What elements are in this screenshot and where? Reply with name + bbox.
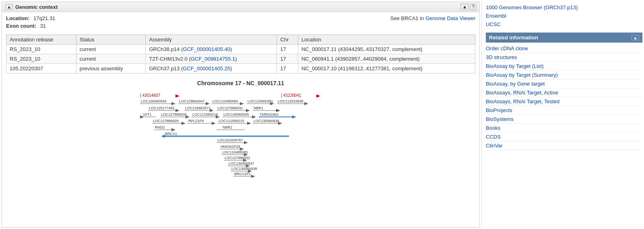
svg-text:LOC127886931: LOC127886931: [217, 106, 243, 110]
svg-text:LOC110485084: LOC110485084: [213, 99, 238, 103]
related-link-4[interactable]: BioAssay, by Gene target: [486, 80, 642, 88]
genome-data-viewer-link[interactable]: Genome Data Viewer: [425, 15, 475, 21]
svg-text:LOC124900391: LOC124900391: [248, 99, 273, 103]
svg-text:[ 43220041: [ 43220041: [281, 93, 301, 98]
assembly-link[interactable]: GCF_000001405.25: [183, 65, 230, 72]
location-row: Location: 17q21.31: [6, 15, 55, 21]
assembly-link[interactable]: GCF_000001405.40: [183, 46, 230, 52]
cell-status: current: [76, 45, 146, 54]
svg-text:NBR2: NBR2: [223, 125, 232, 129]
chromosome-title: Chromosome 17 - NC_000017.11: [6, 80, 475, 86]
cell-chr: 17: [277, 64, 298, 74]
table-row: 105.20220307previous assemblyGRCh37.p13 …: [6, 64, 475, 74]
related-link-11[interactable]: ClinVar: [486, 141, 642, 150]
svg-text:BRCA1P1: BRCA1P1: [234, 172, 251, 176]
svg-marker-43: [252, 115, 256, 119]
related-link-10[interactable]: CCDS: [486, 133, 642, 141]
related-link-1[interactable]: 3D structures: [486, 53, 642, 62]
related-link-7[interactable]: BioProjects: [486, 106, 642, 115]
cell-location: NC_000017.11 (43044295..43170327, comple…: [298, 45, 475, 54]
svg-text:LOC130060937: LOC130060937: [229, 162, 254, 166]
svg-marker-6: [171, 102, 175, 105]
related-link-6[interactable]: BioAssays, RNAi Target, Tested: [486, 97, 642, 106]
exon-count-label: Exon count:: [6, 23, 36, 29]
cell-status: previous assembly: [76, 64, 146, 74]
svg-text:LOC130060936: LOC130060936: [254, 119, 279, 123]
svg-marker-52: [212, 122, 216, 125]
link-ucsc[interactable]: UCSC: [486, 20, 642, 29]
related-link-5[interactable]: BioAssays, RNAi Target, Active: [486, 88, 642, 97]
svg-marker-37: [186, 115, 190, 119]
collapse-icon[interactable]: ▲: [5, 4, 13, 10]
cell-chr: 17: [277, 54, 298, 64]
svg-text:LOC127886929: LOC127886929: [153, 119, 179, 123]
cell-chr: 17: [277, 45, 298, 54]
svg-text:LOC125177482: LOC125177482: [149, 106, 175, 110]
related-info-collapse[interactable]: ▲: [632, 35, 639, 41]
svg-text:LOC130060934: LOC130060934: [141, 99, 167, 103]
exon-count-row: Exon count: 31: [6, 23, 55, 29]
svg-marker-21: [175, 109, 180, 112]
svg-text:LOC112533638: LOC112533638: [278, 99, 303, 103]
svg-text:LOC111589215: LOC111589215: [219, 119, 244, 123]
assembly-link[interactable]: GCF_009914755.1: [191, 56, 235, 62]
related-link-8[interactable]: BioSystems: [486, 115, 642, 124]
svg-text:NBR1: NBR1: [254, 106, 263, 110]
svg-marker-66: [161, 135, 165, 138]
cell-status: current: [76, 54, 146, 64]
cell-location: NC_060941.1 (43902857..44029084, complem…: [298, 54, 475, 64]
svg-marker-12: [240, 102, 244, 105]
svg-marker-55: [247, 122, 251, 125]
related-info-header: Related information ▲: [486, 33, 642, 43]
related-info-links: Order cDNA clone3D structuresBioAssay by…: [486, 44, 642, 150]
exon-count-value: 31: [40, 23, 46, 29]
svg-marker-27: [246, 109, 250, 112]
maximize-icon[interactable]: ▲: [460, 4, 469, 10]
location-label: Location:: [6, 15, 30, 21]
svg-text:LOC127886930: LOC127886930: [161, 112, 187, 117]
right-panel: 1000 Genomes Browser (GRCh37.p13) Ensemb…: [481, 2, 642, 227]
svg-text:LOC129664047: LOC129664047: [179, 99, 205, 103]
svg-text:LOC130060935: LOC130060935: [223, 112, 249, 117]
svg-marker-9: [206, 102, 210, 105]
svg-text:[ 43014607: [ 43014607: [140, 93, 160, 98]
svg-text:HMGN1P29: HMGN1P29: [221, 145, 240, 149]
col-status: Status: [76, 35, 146, 45]
location-value: 17q21.31: [33, 15, 55, 21]
svg-text:TMEM106A: TMEM106A: [260, 112, 279, 117]
svg-text:VAT1: VAT1: [143, 112, 151, 117]
help-icon[interactable]: ?: [470, 4, 476, 10]
svg-marker-30: [276, 109, 280, 112]
svg-text:BRCA1: BRCA1: [165, 132, 177, 136]
table-row: RS_2023_10currentT2T-CHM13v2.0 (GCF_0099…: [6, 54, 475, 64]
related-link-2[interactable]: BioAssay by Target (List): [486, 62, 642, 71]
related-link-3[interactable]: BioAssay by Target (Summary): [486, 71, 642, 80]
cell-location: NC_000017.10 (41196312..41277381, comple…: [298, 64, 475, 74]
link-ensembl[interactable]: Ensembl: [486, 12, 642, 20]
panel-icons: ▲ ?: [460, 4, 476, 10]
see-text: See BRCA1 in: [390, 15, 424, 21]
cell-assembly: GRCh38.p14 (GCF_000001405.40): [146, 45, 277, 54]
col-assembly: Assembly: [146, 35, 277, 45]
svg-text:LOC126862571: LOC126862571: [185, 106, 211, 110]
svg-marker-49: [182, 122, 186, 125]
top-links: 1000 Genomes Browser (GRCh37.p13) Ensemb…: [486, 2, 642, 30]
col-chr: Chr: [277, 35, 298, 45]
see-brca-section: See BRCA1 in Genome Data Viewer: [390, 15, 476, 21]
annotation-table: Annotation release Status Assembly Chr L…: [6, 35, 475, 74]
related-link-9[interactable]: Books: [486, 124, 642, 133]
chromosome-diagram: [ 43014607 [ 43220041 LOC130060934 LOC12…: [120, 90, 361, 179]
svg-text:LOC130060938: LOC130060938: [231, 167, 257, 171]
panel-title-text: Genomic context: [15, 4, 58, 10]
svg-marker-87: [251, 175, 255, 178]
svg-marker-18: [304, 102, 308, 105]
svg-marker-58: [278, 122, 282, 125]
cell-annotation-release: 105.20220307: [6, 64, 76, 74]
chromosome-section: Chromosome 17 - NC_000017.11 [ 43014607 …: [6, 80, 475, 179]
related-link-0[interactable]: Order cDNA clone: [486, 44, 642, 53]
panel-header: ▲ Genomic context ▲ ?: [2, 2, 479, 12]
link-1000-genomes[interactable]: 1000 Genomes Browser (GRCh37.p13): [486, 3, 642, 12]
svg-text:LOC127886932: LOC127886932: [225, 156, 250, 160]
cell-assembly: GRCh37.p13 (GCF_000001405.25): [146, 64, 277, 74]
svg-text:RPL21P4: RPL21P4: [188, 119, 204, 123]
